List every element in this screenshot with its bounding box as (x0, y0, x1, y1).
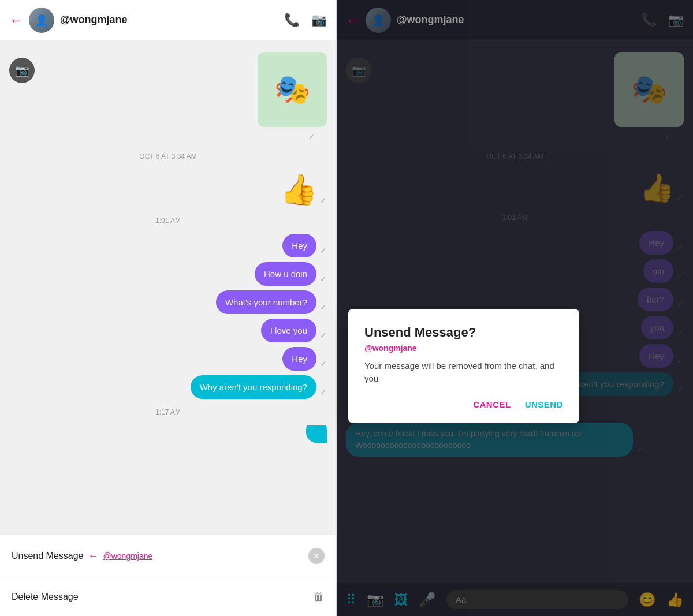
modal-overlay: Unsend Message? @wongmjane Your message … (337, 0, 693, 616)
sticker-image: 🎭 (258, 52, 327, 127)
delete-message-item[interactable]: Delete Message 🗑 (0, 577, 336, 616)
modal-username: @wongmjane (364, 344, 563, 353)
bubble-hey[interactable]: Hey (282, 234, 316, 257)
cancel-button[interactable]: CANCEL (473, 400, 511, 409)
back-button[interactable]: ← (9, 12, 23, 28)
bubble-how[interactable]: How u doin (255, 262, 316, 286)
unsend-button[interactable]: UNSEND (525, 400, 563, 409)
avatar: 👤 (29, 8, 54, 33)
unsend-message-item[interactable]: Unsend Message ← @wongmjane ✕ (0, 535, 336, 577)
timestamp-oct6: OCT 6 AT 3:34 AM (9, 152, 327, 160)
modal-title: Unsend Message? (364, 325, 563, 340)
bubble-partial[interactable] (306, 425, 327, 443)
message-row: How u doin ✓ (9, 262, 327, 286)
thumbs-up-sticker: 👍 (280, 172, 318, 207)
message-row: Hey ✓ (9, 234, 327, 257)
unsend-label-group: Unsend Message ← @wongmjane (12, 550, 152, 562)
delete-message-label: Delete Message (12, 592, 79, 602)
message-row: Hey ✓ (9, 347, 327, 371)
check-icon-2: ✓ (320, 196, 327, 205)
message-row: I love you ✓ (9, 319, 327, 342)
message-row: What's your number? ✓ (9, 290, 327, 314)
context-menu: Unsend Message ← @wongmjane ✕ Delete Mes… (0, 535, 336, 616)
unsend-arrow-icon: ← (88, 550, 99, 562)
header-username: @wongmjane (60, 14, 284, 26)
left-chat-area: 📷 🎭 ✓ OCT 6 AT 3:34 AM 👍 ✓ 1:01 AM Hey ✓… (0, 40, 336, 535)
message-row-partial (9, 425, 327, 443)
check-icon: ✓ (308, 132, 315, 141)
bubble-love[interactable]: I love you (261, 319, 316, 342)
check-icon-6: ✓ (320, 331, 327, 340)
bubble-responding[interactable]: Why aren't you responding? (191, 375, 316, 399)
avatar-image: 👤 (29, 8, 54, 33)
check-icon-8: ✓ (320, 387, 327, 397)
modal-body: Your message will be removed from the ch… (364, 360, 563, 386)
message-row: Why aren't you responding? ✓ (9, 375, 327, 399)
close-button[interactable]: ✕ (308, 548, 325, 564)
bubble-hey2[interactable]: Hey (282, 347, 316, 371)
timestamp-117: 1:17 AM (9, 408, 327, 416)
unsend-modal: Unsend Message? @wongmjane Your message … (348, 309, 579, 423)
unsend-message-label: Unsend Message (12, 551, 84, 561)
trash-icon: 🗑 (313, 590, 325, 603)
left-header: ← 👤 @wongmjane 📞 📷 (0, 0, 336, 40)
timestamp-101: 1:01 AM (9, 216, 327, 225)
camera-button[interactable]: 📷 (9, 58, 35, 83)
check-icon-7: ✓ (320, 359, 327, 368)
header-icons: 📞 📷 (284, 13, 327, 28)
check-icon-5: ✓ (320, 303, 327, 312)
bubble-number[interactable]: What's your number? (216, 290, 316, 314)
phone-icon[interactable]: 📞 (284, 13, 300, 28)
modal-actions: CANCEL UNSEND (364, 400, 563, 409)
check-icon-3: ✓ (320, 246, 327, 255)
unsend-username: @wongmjane (103, 551, 153, 561)
right-panel: ← 👤 @wongmjane 📞 📷 📷 🎭 ✓ OCT 6 AT 3:34 A… (337, 0, 693, 616)
video-icon[interactable]: 📷 (311, 13, 327, 28)
thumbs-up-area: 👍 ✓ (9, 172, 327, 207)
left-panel: ← 👤 @wongmjane 📞 📷 📷 🎭 ✓ OCT 6 AT 3:34 A… (0, 0, 337, 616)
check-icon-4: ✓ (320, 274, 327, 283)
